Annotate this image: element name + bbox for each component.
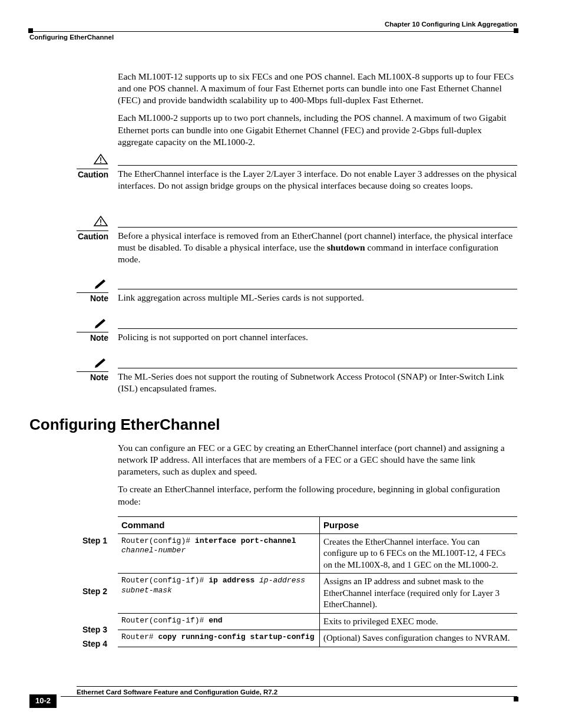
table-row: Router(config-if)# end Exits to privileg… <box>118 613 517 630</box>
table-row: Router(config)# interface port-channel c… <box>118 533 517 574</box>
th-purpose: Purpose <box>320 517 518 534</box>
caution-1-text: The EtherChannel interface is the Layer … <box>118 151 517 192</box>
callout-rule <box>118 289 517 289</box>
note-label: Note <box>77 293 108 304</box>
note-icon-area: Note <box>77 277 108 304</box>
header-square-right <box>514 28 518 33</box>
section-body: You can configure an FEC or a GEC by cre… <box>118 442 517 513</box>
header-section: Configuring EtherChannel <box>29 33 517 42</box>
header-chapter: Chapter 10 Configuring Link Aggregation <box>29 20 517 29</box>
table-header-row: Command Purpose <box>118 517 517 534</box>
intro-p2: Each ML1000-2 supports up to two port ch… <box>118 112 517 147</box>
caution-icon-area: Caution <box>77 215 108 242</box>
caution-1: Caution The EtherChannel interface is th… <box>77 151 517 192</box>
section-heading: Configuring EtherChannel <box>29 415 220 435</box>
caution-icon <box>93 215 108 227</box>
note-icon-area: Note <box>77 356 108 383</box>
purpose-cell-3: Exits to privileged EXEC mode. <box>320 613 518 630</box>
caution-2-bold: shutdown <box>327 242 365 252</box>
purpose-cell-1: Creates the EtherChannel interface. You … <box>320 533 518 574</box>
note-icon <box>93 317 108 328</box>
callout-rule <box>118 165 517 166</box>
page: Chapter 10 Configuring Link Aggregation … <box>0 0 562 728</box>
note-1: Note Link aggregation across multiple ML… <box>77 275 517 304</box>
intro-block: Each ML100T-12 supports up to six FECs a… <box>118 71 517 154</box>
caution-icon-area: Caution <box>77 153 108 180</box>
callout-rule <box>118 368 517 368</box>
note-icon <box>93 277 108 289</box>
table-row: Router# copy running-config startup-conf… <box>118 630 517 647</box>
caution-label: Caution <box>77 169 108 180</box>
cmd-cell-1: Router(config)# interface port-channel c… <box>118 533 320 574</box>
step-label-1: Step 1 <box>82 535 107 546</box>
note-2: Note Policing is not supported on port c… <box>77 315 517 343</box>
callout-rule <box>118 227 517 228</box>
note-2-text: Policing is not supported on port channe… <box>118 315 517 343</box>
table-row: Router(config-if)# ip address ip-address… <box>118 574 517 614</box>
note-3: Note The ML-Series does not support the … <box>77 354 517 394</box>
cmd-cell-2: Router(config-if)# ip address ip-address… <box>118 574 320 614</box>
step-label-3: Step 3 <box>82 624 107 635</box>
caution-icon <box>93 153 108 165</box>
note-label: Note <box>77 332 108 343</box>
note-1-text: Link aggregation across multiple ML-Seri… <box>118 275 517 304</box>
caution-2-text: Before a physical interface is removed f… <box>118 213 517 265</box>
callout-rule <box>118 328 517 329</box>
sect-p2: To create an EtherChannel interface, per… <box>118 483 517 507</box>
svg-point-2 <box>100 162 101 163</box>
note-icon-area: Note <box>77 317 108 343</box>
page-header: Chapter 10 Configuring Link Aggregation … <box>29 20 517 42</box>
step-label-2: Step 2 <box>82 586 107 597</box>
command-table: Command Purpose Router(config)# interfac… <box>118 516 517 647</box>
footer-rule-2 <box>61 696 517 697</box>
step-label-4: Step 4 <box>82 638 107 649</box>
note-3-text: The ML-Series does not support the routi… <box>118 354 517 394</box>
purpose-cell-4: (Optional) Saves configuration changes t… <box>320 630 518 647</box>
header-rule <box>29 31 517 32</box>
footer-rule <box>77 686 517 687</box>
footer-title: Ethernet Card Software Feature and Confi… <box>77 688 277 697</box>
purpose-cell-2: Assigns an IP address and subnet mask to… <box>320 574 518 614</box>
intro-p1: Each ML100T-12 supports up to six FECs a… <box>118 71 517 106</box>
note-label: Note <box>77 372 108 383</box>
cmd-cell-4: Router# copy running-config startup-conf… <box>118 630 320 647</box>
page-number: 10-2 <box>29 694 57 708</box>
footer-square <box>514 697 518 701</box>
header-square-left <box>28 28 33 33</box>
caution-2: Caution Before a physical interface is r… <box>77 213 517 265</box>
svg-point-5 <box>100 224 101 225</box>
caution-label: Caution <box>77 231 108 242</box>
cmd-cell-3: Router(config-if)# end <box>118 613 320 630</box>
th-command: Command <box>118 517 320 534</box>
note-icon <box>93 356 108 368</box>
sect-p1: You can configure an FEC or a GEC by cre… <box>118 442 517 477</box>
